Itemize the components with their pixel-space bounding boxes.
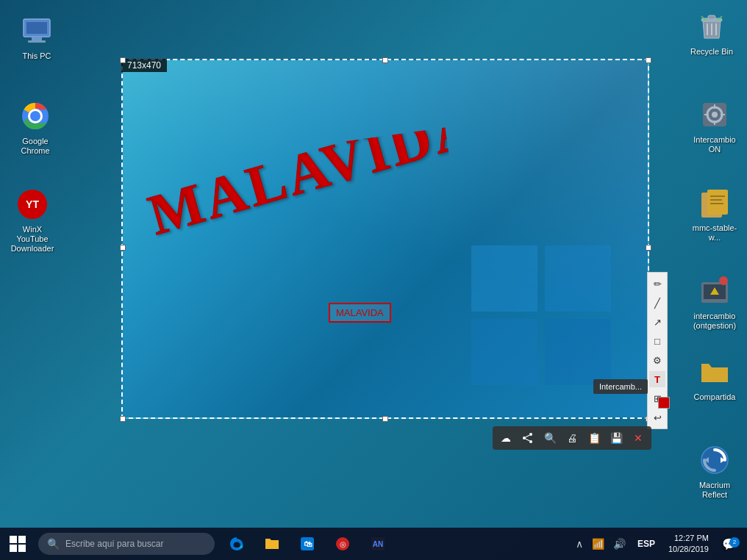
- tool-rect[interactable]: □: [649, 333, 665, 349]
- desktop-icon-winx[interactable]: YT WinX YouTube Downloader: [3, 184, 62, 257]
- textbox-malavida[interactable]: MALAVIDA: [329, 303, 391, 323]
- this-pc-icon: [19, 13, 54, 49]
- mmc-label: mmc-stable-w...: [688, 223, 741, 243]
- btn-copy[interactable]: 📋: [585, 429, 603, 447]
- taskbar-app-explorer[interactable]: [256, 528, 288, 560]
- intercambio-on-icon: [697, 97, 732, 132]
- svg-line-39: [526, 439, 530, 441]
- taskbar: 🔍 Escribe aquí para buscar 🛍: [0, 528, 747, 560]
- btn-search[interactable]: 🔍: [541, 429, 559, 447]
- svg-rect-3: [28, 40, 46, 43]
- taskbar-app-app2[interactable]: AN: [362, 528, 394, 560]
- tray-speaker[interactable]: 🔊: [610, 536, 629, 551]
- chrome-label: Google Chrome: [9, 137, 62, 156]
- tool-settings[interactable]: ⚙: [649, 352, 665, 368]
- btn-close[interactable]: ✕: [629, 429, 647, 447]
- resize-handle-tl[interactable]: [120, 57, 126, 63]
- svg-rect-19: [707, 190, 728, 215]
- svg-rect-1: [26, 22, 47, 34]
- compartida-label: Compartida: [694, 392, 736, 402]
- svg-rect-21: [710, 199, 722, 201]
- compartida-icon: [697, 354, 732, 390]
- svg-rect-43: [18, 545, 26, 552]
- btn-share[interactable]: [519, 429, 537, 447]
- svg-rect-42: [10, 545, 17, 552]
- tray-network[interactable]: 📶: [589, 536, 607, 551]
- taskbar-apps: 🛍 ◎ AN: [221, 528, 394, 560]
- taskbar-time-value: 12:27 PM: [674, 533, 709, 544]
- size-label: 713x470: [127, 60, 161, 71]
- handwritten-malavida: MALAVIDA: [139, 127, 459, 270]
- notification-center[interactable]: 💬 2: [718, 536, 741, 553]
- svg-rect-10: [708, 15, 715, 19]
- svg-rect-30: [471, 245, 537, 312]
- svg-text:🛍: 🛍: [304, 539, 312, 548]
- intercambio-on-label: Intercambio ON: [688, 135, 741, 154]
- popup-intercambio: Intercamb...: [593, 379, 648, 394]
- btn-save[interactable]: 💾: [607, 429, 625, 447]
- taskbar-datetime[interactable]: 12:27 PM 10/28/2019: [664, 531, 713, 557]
- svg-point-13: [712, 112, 718, 118]
- taskbar-app-edge[interactable]: [221, 528, 253, 560]
- svg-text:MALAVIDA: MALAVIDA: [142, 127, 457, 247]
- taskbar-app-store[interactable]: 🛍: [291, 528, 324, 560]
- macrium-label: Macrium Reflect: [688, 481, 741, 500]
- resize-handle-bl[interactable]: [120, 416, 126, 422]
- system-tray: ∧ 📶 🔊: [573, 536, 629, 551]
- svg-text:◎: ◎: [340, 540, 346, 548]
- svg-rect-40: [10, 536, 17, 543]
- tool-text[interactable]: T: [649, 371, 665, 387]
- color-swatch-red[interactable]: [658, 397, 670, 409]
- taskbar-language[interactable]: ESP: [633, 537, 660, 550]
- desktop-icon-recycle-bin[interactable]: Recycle Bin: [682, 6, 741, 60]
- desktop-icon-mmc[interactable]: mmc-stable-w...: [685, 182, 744, 245]
- tool-arrow[interactable]: ↗: [649, 314, 665, 330]
- resize-handle-mr[interactable]: [646, 245, 651, 251]
- taskbar-date-value: 10/28/2019: [668, 544, 709, 555]
- this-pc-label: This PC: [22, 51, 51, 61]
- notification-badge: 2: [729, 537, 740, 548]
- resize-handle-tm[interactable]: [382, 57, 388, 63]
- desktop-icon-intercambio-on[interactable]: Intercambio ON: [685, 94, 744, 157]
- tool-line[interactable]: ╱: [649, 295, 665, 311]
- desktop-icon-intercambio-ontgestion[interactable]: intercambio (ontgestion): [685, 270, 744, 334]
- resize-handle-tr[interactable]: [646, 57, 651, 63]
- resize-handle-ml[interactable]: [120, 245, 126, 251]
- btn-cloud[interactable]: ☁: [497, 429, 515, 447]
- search-icon: 🔍: [47, 538, 60, 550]
- resize-handle-bm[interactable]: [382, 416, 388, 422]
- btn-print[interactable]: 🖨: [563, 429, 581, 447]
- svg-rect-22: [710, 203, 723, 204]
- taskbar-search[interactable]: 🔍 Escribe aquí para buscar: [38, 533, 215, 555]
- textbox-content: MALAVIDA: [336, 307, 384, 318]
- desktop: This PC Google Chrome YT WinX YouTube Do…: [0, 0, 747, 560]
- desktop-icon-compartida[interactable]: Compartida: [685, 351, 744, 405]
- svg-rect-31: [545, 245, 611, 312]
- tray-expand[interactable]: ∧: [573, 536, 586, 551]
- tool-pencil[interactable]: ✏: [649, 276, 665, 292]
- taskbar-app-game[interactable]: ◎: [326, 528, 359, 560]
- desktop-icon-macrium[interactable]: Macrium Reflect: [685, 439, 744, 503]
- svg-rect-2: [32, 37, 42, 40]
- popup-text: Intercamb...: [599, 382, 642, 391]
- intercambio-ontgestion-icon: [697, 273, 732, 309]
- start-button[interactable]: [0, 528, 35, 560]
- svg-text:YT: YT: [26, 198, 39, 210]
- svg-rect-41: [18, 536, 26, 543]
- taskbar-tray-area: ∧ 📶 🔊 ESP 12:27 PM 10/28/2019 💬 2: [573, 531, 747, 557]
- bottom-toolbar: ☁ 🔍 🖨 📋 💾 ✕: [493, 426, 651, 450]
- windows-logo: [471, 245, 611, 388]
- macrium-icon: [697, 442, 732, 478]
- svg-point-26: [719, 276, 728, 285]
- desktop-icon-this-pc[interactable]: This PC: [7, 10, 66, 64]
- winx-label: WinX YouTube Downloader: [6, 225, 59, 254]
- svg-rect-33: [545, 319, 611, 385]
- capture-area[interactable]: MALAVIDA MALAVIDA: [121, 59, 649, 419]
- recycle-bin-icon: [694, 9, 729, 44]
- svg-line-38: [526, 435, 530, 437]
- intercambio-ontgestion-label: intercambio (ontgestion): [688, 312, 741, 331]
- tool-undo[interactable]: ↩: [649, 409, 665, 426]
- chrome-icon: [18, 98, 53, 134]
- desktop-icon-chrome[interactable]: Google Chrome: [6, 96, 65, 159]
- svg-rect-20: [710, 195, 725, 197]
